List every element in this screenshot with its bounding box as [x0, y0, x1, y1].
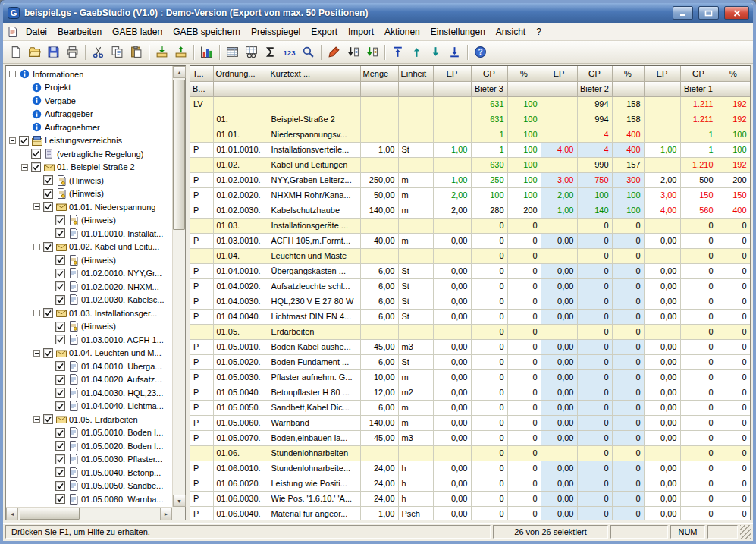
cell-pct-bieter3[interactable]: 100 [507, 112, 541, 127]
cell-einheit[interactable]: St [398, 354, 433, 369]
cell-ordnungszahl[interactable]: 01.05.0010. [213, 339, 268, 354]
cell-pct-bieter1[interactable]: 0 [717, 339, 750, 354]
copy-button[interactable] [108, 42, 127, 61]
cell-ep-bieter1[interactable]: 0,00 [644, 309, 680, 324]
cell-ordnungszahl[interactable]: 01.04. [213, 248, 268, 263]
cell-einheit[interactable]: h [398, 476, 433, 491]
cell-pct-bieter3[interactable]: 0 [507, 369, 541, 385]
gaeb-export-button[interactable] [171, 42, 190, 61]
cell-einheit[interactable] [398, 157, 433, 172]
cell-ep-bieter3[interactable]: 0,00 [433, 461, 471, 476]
tree-item-01-03-installationsger[interactable]: 01.03. Installationsger... [6, 307, 172, 320]
cell-gp-bieter3[interactable]: 0 [471, 430, 507, 445]
cell-pct-bieter1[interactable]: 0 [717, 445, 750, 461]
column-header-kurztext-2[interactable]: Kurztext ... [268, 66, 360, 81]
cell-kurztext[interactable]: Stundenlohnarbeite... [268, 461, 360, 476]
cell-gp-bieter1[interactable]: 0 [680, 369, 717, 385]
cell-gp-bieter2[interactable]: 0 [577, 248, 612, 263]
menu-item-help[interactable]: ? [531, 24, 547, 39]
cell-ordnungszahl[interactable]: 01.05.0020. [213, 354, 268, 369]
cell-kurztext[interactable]: Lichtmast DIN EN 4... [268, 309, 360, 324]
menu-item-datei[interactable]: Datei [20, 24, 52, 39]
cell-pct-bieter2[interactable]: 0 [612, 385, 644, 400]
cell-ep-bieter1[interactable] [644, 157, 680, 172]
subheader-b[interactable]: B... [190, 81, 213, 96]
cell-menge[interactable] [360, 324, 398, 339]
cell-type[interactable]: P [190, 187, 213, 203]
cell-menge[interactable]: 12,00 [360, 385, 398, 400]
cell-ep-bieter2[interactable]: 0,00 [541, 385, 577, 400]
checkbox-checked[interactable] [55, 322, 65, 332]
cell-ep-bieter3[interactable]: 0,00 [433, 385, 471, 400]
cell-ordnungszahl[interactable]: 01.02.0010. [213, 172, 268, 187]
menu-item-import[interactable]: Import [343, 24, 379, 39]
cell-menge[interactable] [360, 445, 398, 461]
cell-ep-bieter1[interactable] [644, 96, 680, 112]
cell-gp-bieter2[interactable]: 0 [577, 491, 612, 506]
cell-menge[interactable]: 6,00 [360, 294, 398, 309]
cell-pct-bieter1[interactable]: 0 [717, 294, 750, 309]
cell-einheit[interactable]: h [398, 491, 433, 506]
cell-ep-bieter3[interactable] [433, 445, 471, 461]
cell-type[interactable]: P [190, 309, 213, 324]
cell-gp-bieter3[interactable]: 0 [471, 294, 507, 309]
cell-type[interactable]: P [190, 233, 213, 248]
checkbox-checked[interactable] [55, 255, 65, 265]
cell-type[interactable]: P [190, 294, 213, 309]
cell-ep-bieter2[interactable] [541, 112, 577, 127]
cell-gp-bieter2[interactable]: 0 [577, 506, 612, 520]
cell-einheit[interactable]: St [398, 263, 433, 278]
cell-einheit[interactable]: St [398, 294, 433, 309]
cell-ep-bieter2[interactable]: 0,00 [541, 233, 577, 248]
cell-ep-bieter3[interactable] [433, 127, 471, 142]
cell-ordnungszahl[interactable]: 01.05.0030. [213, 369, 268, 385]
subheader-bieter-1[interactable]: Bieter 1 [680, 81, 717, 96]
cell-gp-bieter2[interactable]: 0 [577, 263, 612, 278]
cell-einheit[interactable]: St [398, 142, 433, 157]
cell-gp-bieter3[interactable]: 1 [471, 142, 507, 157]
cell-ep-bieter1[interactable]: 0,00 [644, 430, 680, 445]
tree-item-hinweis[interactable]: (Hinweis) [6, 253, 172, 267]
cell-pct-bieter1[interactable]: 0 [717, 461, 750, 476]
tree-item-01-beispiel-straße-2[interactable]: 01. Beispiel-Straße 2 [6, 161, 172, 175]
checkbox-checked[interactable] [43, 414, 53, 424]
cell-pct-bieter3[interactable]: 0 [507, 415, 541, 430]
cell-gp-bieter3[interactable]: 0 [471, 339, 507, 354]
cell-menge[interactable]: 6,00 [360, 278, 398, 294]
checkbox-checked[interactable] [43, 242, 53, 252]
cell-kurztext[interactable]: Übergangskasten ... [268, 263, 360, 278]
cell-pct-bieter3[interactable]: 0 [507, 354, 541, 369]
cell-type[interactable]: P [190, 263, 213, 278]
tree-item-hinweis[interactable]: (Hinweis) [6, 214, 172, 228]
cell-einheit[interactable] [398, 96, 433, 112]
cell-gp-bieter3[interactable]: 0 [471, 415, 507, 430]
cell-einheit[interactable] [398, 218, 433, 233]
cell-einheit[interactable] [398, 445, 433, 461]
cell-pct-bieter1[interactable]: 0 [717, 476, 750, 491]
cell-type[interactable]: P [190, 476, 213, 491]
cell-menge[interactable]: 1,00 [360, 142, 398, 157]
cell-pct-bieter2[interactable]: 0 [612, 294, 644, 309]
tree-item-auftragnehmer[interactable]: Auftragnehmer [6, 121, 172, 134]
cell-gp-bieter2[interactable]: 0 [577, 369, 612, 385]
tree-item-01-01-0010-installat[interactable]: 01.01.0010. Installat... [6, 227, 172, 241]
cell-gp-bieter3[interactable]: 280 [471, 203, 507, 218]
tree-item-01-02-0030-kabelsc[interactable]: 01.02.0030. Kabelsc... [6, 294, 172, 307]
cell-kurztext[interactable]: HQL,230 V E 27 80 W [268, 294, 360, 309]
column-header-help-10[interactable]: % [612, 66, 644, 81]
cell-type[interactable] [190, 157, 213, 172]
cell-ep-bieter1[interactable]: 0,00 [644, 400, 680, 415]
cell-ordnungszahl[interactable]: 01.05.0070. [213, 430, 268, 445]
cell-pct-bieter3[interactable]: 100 [507, 187, 541, 203]
cell-pct-bieter2[interactable]: 100 [612, 203, 644, 218]
cell-menge[interactable] [360, 127, 398, 142]
cell-type[interactable] [190, 324, 213, 339]
cell-ordnungszahl[interactable]: 01.06.0040. [213, 506, 268, 520]
subheader-empty-1[interactable] [213, 81, 268, 96]
cell-gp-bieter2[interactable]: 0 [577, 218, 612, 233]
scroll-right-icon[interactable]: ► [160, 508, 172, 520]
v-scrollbar-track[interactable] [173, 78, 185, 495]
cell-ep-bieter3[interactable]: 2,00 [433, 203, 471, 218]
cell-ep-bieter2[interactable]: 2,00 [541, 187, 577, 203]
cell-pct-bieter2[interactable]: 158 [612, 96, 644, 112]
